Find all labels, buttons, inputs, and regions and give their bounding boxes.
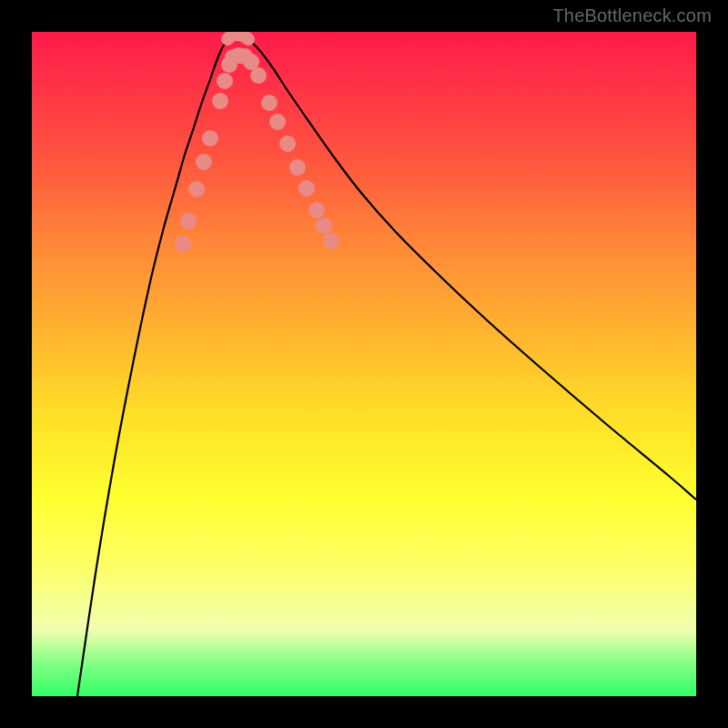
- highlight-dot: [279, 136, 296, 152]
- highlight-dot: [269, 114, 286, 130]
- highlight-dots-right: [261, 95, 339, 249]
- highlight-dot: [212, 93, 228, 109]
- highlight-dot: [196, 154, 212, 170]
- watermark-text: TheBottleneck.com: [552, 5, 712, 26]
- highlight-dot: [180, 213, 197, 229]
- curve-right-branch: [248, 39, 696, 500]
- highlight-dot: [289, 159, 306, 176]
- highlight-dot: [202, 130, 218, 147]
- highlight-dot: [188, 181, 205, 197]
- highlight-dot: [217, 73, 233, 89]
- highlight-dot: [250, 67, 267, 84]
- highlight-dot: [261, 95, 278, 111]
- highlight-dots-left: [175, 93, 228, 252]
- highlight-dot: [175, 236, 191, 252]
- highlight-dot: [323, 233, 339, 249]
- highlight-dot: [316, 217, 332, 234]
- highlight-dot: [298, 180, 315, 197]
- highlight-dot: [308, 202, 325, 218]
- bottleneck-curve: [32, 32, 696, 696]
- curve-valley-floor: [228, 35, 248, 39]
- highlight-dots-floor: [217, 47, 267, 89]
